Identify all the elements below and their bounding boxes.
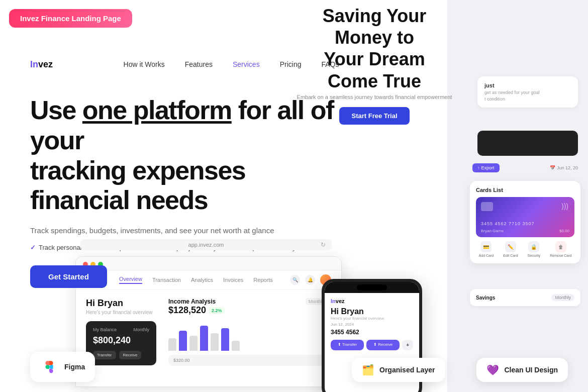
panel-adjust-sub1: get as needed for your goal — [484, 90, 571, 95]
panel-adjust-card: just get as needed for your goal t condi… — [477, 76, 578, 108]
badge-figma: Figma — [30, 352, 95, 382]
figma-icon — [40, 358, 58, 376]
badge-clean: 💜 Clean UI Design — [476, 358, 568, 382]
hero-section: Use one platform for all of your trackin… — [30, 95, 342, 288]
mobile-date: Jun 12, 2024 — [331, 322, 413, 327]
mobile-action-buttons: ⬆ Transfer ⬆ Receive + — [331, 340, 413, 350]
edit-card-icon: ✏️ — [505, 241, 516, 252]
bar-1 — [168, 338, 176, 351]
panel-cards-list: Cards List ))) 3455 4562 7710 3507 Bryan… — [470, 181, 580, 263]
banner-label: Invez Finance Landing Page — [20, 14, 121, 23]
remove-card-icon: 🗑 — [555, 241, 566, 252]
panel-export-row: ↑ Export 📅 Jun 12, 20 — [472, 163, 578, 172]
income-chart — [168, 321, 331, 351]
panel-adjust-title: just — [484, 82, 571, 88]
logo-in: In — [30, 59, 38, 69]
mockup-greeting-sub: Here's your financial overview — [86, 310, 156, 315]
mockup-greeting: Hi Bryan — [86, 298, 156, 309]
security-icon: 🔒 — [528, 241, 539, 252]
nav-features[interactable]: Features — [185, 60, 213, 68]
savings-label: Savings — [476, 295, 495, 301]
mockup-balance-amount: $800,240 — [93, 335, 149, 346]
get-started-button[interactable]: Get Started — [30, 265, 107, 288]
savings-row: Savings Monthly — [470, 289, 580, 306]
savings-frequency: Monthly — [551, 294, 574, 301]
heart-icon: 💜 — [486, 364, 499, 376]
bar-3 — [189, 336, 198, 351]
mobile-content: Invez Hi Bryan Here's your financial ove… — [325, 293, 419, 355]
main-area: Invez Finance Landing Page Saving Your M… — [0, 0, 588, 392]
nav-how-it-works[interactable]: How it Works — [124, 60, 165, 68]
income-badge: 2.2% — [209, 307, 225, 314]
mobile-logo: Invez — [331, 298, 413, 304]
bar-7 — [232, 341, 240, 351]
organised-label: Organised Layer — [379, 366, 435, 374]
url-bar: app.invez.com ↻ — [80, 239, 332, 250]
figma-badge-text: Figma — [64, 363, 85, 371]
mobile-greeting: Hi Bryan — [331, 307, 413, 316]
card-action-edit[interactable]: ✏️ Edit Card — [503, 241, 518, 257]
cards-list-title: Cards List — [476, 187, 574, 193]
add-card-icon: 💳 — [480, 241, 492, 252]
bar-6 — [221, 328, 229, 351]
hero-title: Use one platform for all of your trackin… — [30, 95, 342, 216]
mockup-left-col: Hi Bryan Here's your financial overview … — [86, 298, 156, 366]
nav-services[interactable]: Services — [233, 60, 260, 68]
credit-card-visual: ))) 3455 4562 7710 3507 Bryan Garns $0.0… — [476, 197, 574, 237]
start-trial-button[interactable]: Start Free Trial — [339, 107, 409, 125]
export-date: 📅 Jun 12, 20 — [550, 165, 578, 170]
mobile-receive-button[interactable]: ⬆ Receive — [366, 340, 400, 350]
hero-subtitle: Track spendings, budgets, investments, a… — [30, 225, 342, 237]
mockup-content: Hi Bryan Here's your financial overview … — [76, 290, 341, 374]
card-action-security[interactable]: 🔒 Security — [528, 241, 540, 257]
cc-number: 3455 4562 7710 3507 — [481, 221, 535, 226]
cc-chip — [481, 202, 493, 211]
nav-faqs[interactable]: FAQs — [321, 60, 339, 68]
mockup-action-buttons: Transfer Receive — [93, 351, 149, 359]
mockup-balance-card: My Balance Monthly $800,240 Transfer Rec… — [86, 321, 156, 365]
hero-top-title: Saving Your Money to Your Dream Come Tru… — [297, 5, 452, 92]
income-analysis-label: Income Analysis — [168, 298, 216, 305]
export-button[interactable]: ↑ Export — [472, 163, 500, 172]
card-actions: 💳 Add Card ✏️ Edit Card 🔒 Security 🗑 Rem… — [476, 241, 574, 257]
mini-card: $320.00 — [168, 355, 331, 366]
bar-2 — [179, 331, 187, 351]
navbar-logo: Invez — [30, 59, 53, 70]
mobile-greeting-sub: Here's your financial overview — [331, 316, 413, 321]
mobile-transfer-button[interactable]: ⬆ Transfer — [331, 340, 364, 350]
clean-label: Clean UI Design — [504, 366, 558, 374]
mockup-balance-label: My Balance Monthly — [93, 327, 149, 332]
top-banner: Invez Finance Landing Page — [9, 9, 132, 28]
panel-adjust-sub2: t condition — [484, 96, 571, 102]
check-icon-1: ✓ — [30, 244, 36, 251]
badge-organised: 🗂️ Organised Layer — [352, 358, 445, 382]
mobile-card-number: 3455 4562 — [331, 329, 413, 336]
cc-amount: $0.00 — [559, 229, 569, 233]
card-action-add[interactable]: 💳 Add Card — [479, 241, 494, 257]
bar-5 — [211, 333, 219, 351]
notch-pill — [357, 284, 387, 290]
receive-button[interactable]: Receive — [119, 351, 142, 359]
cc-wifi-icon: ))) — [561, 202, 568, 210]
panel-dark-card — [477, 131, 578, 156]
cc-name: Bryan Garns — [481, 229, 504, 233]
income-amount: $128,520 2.2% — [168, 305, 331, 316]
navbar: Invez How it Works Features Services Pri… — [0, 55, 462, 73]
transfer-button[interactable]: Transfer — [93, 351, 116, 359]
card-action-remove[interactable]: 🗑 Remove Card — [550, 241, 571, 257]
bar-4 — [200, 326, 208, 351]
mobile-plus-button[interactable]: + — [402, 340, 413, 350]
layer-icon: 🗂️ — [362, 364, 374, 376]
mockup-right-col: Income Analysis Monthly ▾ $128,520 2.2% — [168, 298, 331, 366]
logo-vez: vez — [38, 59, 53, 69]
white-card: Invez Finance Landing Page Saving Your M… — [0, 0, 462, 392]
nav-pricing[interactable]: Pricing — [280, 60, 302, 68]
right-panel: just get as needed for your goal t condi… — [447, 0, 588, 392]
mobile-notch — [325, 282, 419, 293]
